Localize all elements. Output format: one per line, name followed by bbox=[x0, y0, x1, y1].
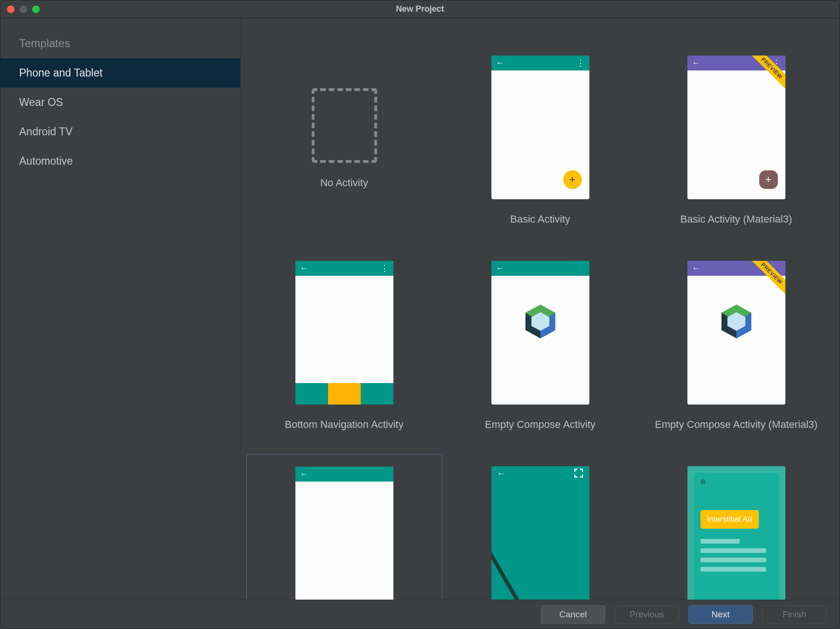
camera-dot-icon bbox=[700, 479, 706, 484]
bottom-nav-bar bbox=[295, 383, 393, 405]
appbar: ← bbox=[491, 261, 589, 276]
fullscreen-icon bbox=[574, 468, 584, 480]
close-window-button[interactable] bbox=[7, 6, 14, 13]
empty-placeholder-icon bbox=[312, 88, 377, 163]
template-tile-ad[interactable]: Interstitial Ad bbox=[638, 454, 834, 600]
sidebar-item-automotive[interactable]: Automotive bbox=[0, 147, 240, 176]
back-arrow-icon: ← bbox=[300, 470, 308, 478]
placeholder-lines bbox=[700, 539, 772, 572]
sidebar-item-wear-os[interactable]: Wear OS bbox=[0, 88, 240, 117]
back-arrow-icon: ← bbox=[692, 264, 700, 273]
template-tile-empty-compose-m3[interactable]: ← PREVIEW Empty bbox=[638, 249, 834, 454]
appbar: ← bbox=[295, 467, 393, 482]
template-label: Bottom Navigation Activity bbox=[285, 419, 403, 431]
next-button[interactable]: Next bbox=[688, 605, 753, 624]
template-thumbnail: ← bbox=[491, 466, 589, 600]
titlebar: New Project bbox=[0, 0, 840, 18]
button-label: Finish bbox=[783, 609, 806, 620]
jetpack-compose-icon bbox=[491, 303, 589, 340]
button-label: Previous bbox=[630, 609, 664, 620]
previous-button[interactable]: Previous bbox=[615, 605, 679, 624]
template-tile-empty-compose[interactable]: ← Empty Compose Activity bbox=[442, 249, 638, 454]
sidebar-item-label: Wear OS bbox=[19, 96, 63, 108]
fullscreen-preview: ← bbox=[491, 466, 589, 600]
sidebar-item-android-tv[interactable]: Android TV bbox=[0, 117, 240, 147]
template-tile-basic-activity-m3[interactable]: ← ⋮ + PREVIEW Basic Activity (Material3) bbox=[638, 43, 834, 249]
template-thumbnail: ← ⋮ + bbox=[491, 56, 589, 199]
overflow-menu-icon: ⋮ bbox=[576, 59, 585, 67]
template-tile-bottom-navigation[interactable]: ← ⋮ Bottom Navigation Activity bbox=[246, 249, 442, 454]
sidebar-item-label: Phone and Tablet bbox=[19, 67, 103, 79]
sidebar-item-label: Android TV bbox=[19, 126, 73, 138]
appbar: ← ⋮ bbox=[295, 261, 393, 276]
template-thumbnail: ← bbox=[295, 467, 393, 600]
ad-preview: Interstitial Ad bbox=[694, 473, 779, 600]
template-label: Basic Activity (Material3) bbox=[680, 213, 792, 225]
dialog-footer: Cancel Previous Next Finish bbox=[0, 600, 840, 629]
template-thumbnail: ← ⋮ bbox=[295, 261, 393, 405]
template-gallery: No Activity ← ⋮ + Basic Activity bbox=[241, 18, 840, 600]
ad-button-label: Interstitial Ad bbox=[700, 510, 759, 529]
template-label: Basic Activity bbox=[510, 213, 570, 225]
back-arrow-icon: ← bbox=[496, 59, 504, 67]
fab-add-icon: + bbox=[759, 170, 778, 189]
window-title: New Project bbox=[0, 4, 840, 14]
fab-add-icon: + bbox=[563, 170, 582, 189]
template-thumbnail: ← PREVIEW bbox=[687, 261, 785, 405]
back-arrow-icon: ← bbox=[496, 264, 504, 273]
back-arrow-icon: ← bbox=[497, 469, 505, 478]
sidebar-item-label: Automotive bbox=[19, 155, 73, 167]
window-controls bbox=[7, 6, 40, 13]
minimize-window-button[interactable] bbox=[20, 6, 27, 13]
sidebar-header: Templates bbox=[0, 28, 240, 58]
template-label: Empty Compose Activity bbox=[485, 419, 595, 431]
template-label: Empty Compose Activity (Material3) bbox=[655, 419, 817, 431]
template-thumbnail: ← bbox=[491, 261, 589, 405]
button-label: Cancel bbox=[559, 609, 587, 620]
template-label: No Activity bbox=[320, 177, 368, 189]
finish-button[interactable]: Finish bbox=[762, 605, 826, 624]
template-tile-basic-activity[interactable]: ← ⋮ + Basic Activity bbox=[442, 43, 638, 249]
appbar: ← ⋮ bbox=[491, 56, 589, 70]
dialog-body: Templates Phone and Tablet Wear OS Andro… bbox=[0, 18, 840, 600]
cancel-button[interactable]: Cancel bbox=[541, 605, 605, 624]
template-thumbnail: ← ⋮ + PREVIEW bbox=[687, 56, 785, 199]
overflow-menu-icon: ⋮ bbox=[380, 264, 389, 273]
sidebar: Templates Phone and Tablet Wear OS Andro… bbox=[0, 18, 241, 600]
new-project-window: New Project Templates Phone and Tablet W… bbox=[0, 0, 840, 629]
button-label: Next bbox=[711, 609, 729, 620]
back-arrow-icon: ← bbox=[692, 59, 700, 67]
template-grid: No Activity ← ⋮ + Basic Activity bbox=[241, 18, 840, 600]
template-tile-no-activity[interactable]: No Activity bbox=[246, 43, 442, 249]
back-arrow-icon: ← bbox=[300, 264, 308, 273]
maximize-window-button[interactable] bbox=[32, 6, 40, 13]
template-thumbnail: Interstitial Ad bbox=[687, 466, 785, 600]
sidebar-item-phone-tablet[interactable]: Phone and Tablet bbox=[0, 58, 240, 88]
jetpack-compose-icon bbox=[687, 303, 785, 340]
template-tile-fullscreen[interactable]: ← bbox=[442, 454, 638, 600]
template-tile-selected[interactable]: ← bbox=[246, 454, 442, 600]
